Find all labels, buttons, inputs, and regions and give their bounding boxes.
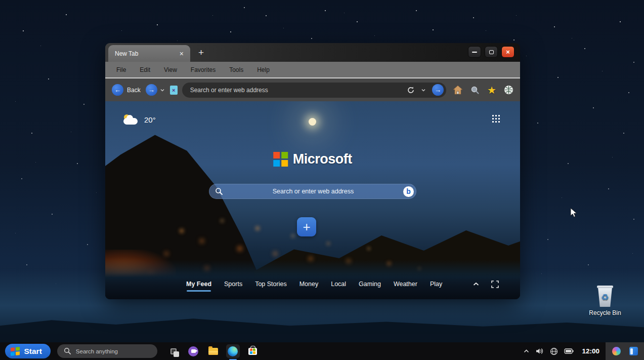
feed-tab-sports[interactable]: Sports bbox=[224, 281, 242, 288]
recycle-bin-label: Recycle Bin bbox=[589, 309, 621, 316]
feed-tab-money[interactable]: Money bbox=[299, 281, 319, 288]
moon bbox=[309, 118, 316, 126]
feed-tab-play[interactable]: Play bbox=[430, 281, 442, 288]
address-input[interactable] bbox=[190, 87, 403, 94]
forward-dropdown-icon[interactable] bbox=[160, 88, 165, 93]
task-view-icon bbox=[170, 348, 177, 354]
page-search-bar[interactable]: b bbox=[209, 184, 416, 199]
edge-icon bbox=[228, 346, 238, 356]
feed-tab-local[interactable]: Local bbox=[331, 281, 346, 288]
microsoft-logo: Microsoft bbox=[273, 151, 352, 167]
recycle-bin[interactable]: ♻ Recycle Bin bbox=[588, 286, 622, 316]
tray-chevron-up-icon[interactable] bbox=[524, 349, 529, 353]
menu-help[interactable]: Help bbox=[257, 66, 270, 73]
favorites-star-button[interactable]: ★ bbox=[487, 85, 496, 95]
navigation-bar: ← Back → × → ★ bbox=[105, 78, 520, 101]
taskbar-search-input[interactable] bbox=[76, 348, 154, 354]
search-button[interactable] bbox=[470, 86, 480, 95]
maximize-button[interactable] bbox=[485, 46, 498, 58]
microsoft-store-button[interactable] bbox=[246, 344, 260, 358]
address-bar[interactable]: → bbox=[182, 83, 446, 98]
weather-widget[interactable]: 20° bbox=[123, 114, 156, 125]
search-magnifier-icon bbox=[215, 187, 223, 195]
taskbar-clock[interactable]: 12:00 bbox=[582, 347, 599, 355]
microsoft-logo-text: Microsoft bbox=[293, 151, 352, 167]
add-shortcut-button[interactable]: + bbox=[297, 217, 316, 236]
page-search-input[interactable] bbox=[223, 188, 403, 195]
start-label: Start bbox=[24, 347, 42, 356]
file-explorer-button[interactable] bbox=[206, 344, 220, 358]
volume-icon[interactable] bbox=[535, 347, 544, 355]
refresh-icon[interactable] bbox=[407, 86, 415, 94]
minimize-icon bbox=[472, 52, 477, 53]
globe-button[interactable] bbox=[504, 85, 513, 95]
back-label[interactable]: Back bbox=[127, 87, 141, 94]
close-button[interactable]: × bbox=[501, 46, 514, 58]
taskbar-search-icon bbox=[64, 347, 71, 355]
network-globe-icon[interactable] bbox=[550, 347, 558, 355]
folder-icon bbox=[208, 348, 218, 355]
feed-tab-top-stories[interactable]: Top Stories bbox=[255, 281, 287, 288]
menu-tools[interactable]: Tools bbox=[229, 66, 243, 73]
mouse-cursor bbox=[570, 208, 578, 219]
menu-file[interactable]: File bbox=[116, 66, 126, 73]
microsoft-logo-icon bbox=[273, 152, 288, 167]
tab-bar: New Tab × + × bbox=[105, 43, 520, 62]
taskbar-search[interactable] bbox=[57, 344, 157, 358]
task-view-button[interactable] bbox=[167, 344, 181, 358]
widgets-icon[interactable] bbox=[629, 347, 638, 355]
collapse-feed-icon[interactable] bbox=[473, 282, 479, 286]
apps-grid-icon[interactable] bbox=[492, 115, 500, 123]
page-favicon-icon: × bbox=[170, 86, 178, 95]
menu-view[interactable]: View bbox=[164, 66, 177, 73]
star-field-dim bbox=[0, 0, 1, 1]
weather-cloud-icon bbox=[123, 114, 139, 125]
browser-window: New Tab × + × File Edit View Favorites T… bbox=[105, 43, 520, 299]
back-button[interactable]: ← bbox=[112, 84, 123, 96]
home-button[interactable] bbox=[453, 85, 463, 95]
copilot-icon[interactable] bbox=[612, 347, 621, 355]
feed-tab-my-feed[interactable]: My Feed bbox=[186, 281, 211, 288]
navbar-actions: ★ bbox=[453, 85, 513, 95]
menu-bar: File Edit View Favorites Tools Help bbox=[105, 62, 520, 78]
new-tab-page: 20° Microsoft b + My Feed Sports Top S bbox=[105, 101, 520, 299]
recycle-symbol-icon: ♻ bbox=[601, 293, 609, 302]
weather-temperature: 20° bbox=[144, 115, 156, 124]
tab-new-tab[interactable]: New Tab × bbox=[108, 45, 190, 62]
tray-right-section bbox=[606, 342, 644, 360]
refresh-dropdown-icon[interactable] bbox=[421, 88, 426, 93]
bing-icon[interactable]: b bbox=[403, 186, 414, 197]
new-tab-button[interactable]: + bbox=[198, 48, 204, 57]
window-controls: × bbox=[468, 46, 514, 58]
maximize-icon bbox=[489, 50, 494, 54]
system-tray: 12:00 bbox=[524, 342, 599, 360]
chat-app-button[interactable] bbox=[187, 344, 200, 358]
chat-camera-icon bbox=[188, 346, 198, 356]
store-bag-icon bbox=[248, 348, 257, 355]
tab-close-icon[interactable]: × bbox=[180, 50, 184, 57]
fullscreen-icon[interactable] bbox=[491, 281, 499, 288]
feed-tab-weather[interactable]: Weather bbox=[394, 281, 417, 288]
battery-icon[interactable] bbox=[564, 348, 574, 354]
tab-title: New Tab bbox=[115, 50, 138, 57]
feed-navigation: My Feed Sports Top Stories Money Local G… bbox=[105, 273, 520, 299]
edge-browser-button[interactable] bbox=[226, 344, 240, 358]
go-button[interactable]: → bbox=[432, 84, 444, 96]
start-button[interactable]: Start bbox=[5, 344, 51, 358]
menu-edit[interactable]: Edit bbox=[140, 66, 150, 73]
menu-favorites[interactable]: Favorites bbox=[191, 66, 216, 73]
recycle-bin-icon: ♻ bbox=[597, 286, 613, 307]
minimize-button[interactable] bbox=[468, 46, 481, 58]
forward-button[interactable]: → bbox=[146, 84, 157, 96]
windows-logo-icon bbox=[11, 347, 20, 355]
feed-tab-gaming[interactable]: Gaming bbox=[359, 281, 381, 288]
taskbar-app-icons bbox=[167, 344, 260, 358]
taskbar: Start bbox=[0, 342, 644, 360]
village-lights bbox=[105, 101, 106, 102]
